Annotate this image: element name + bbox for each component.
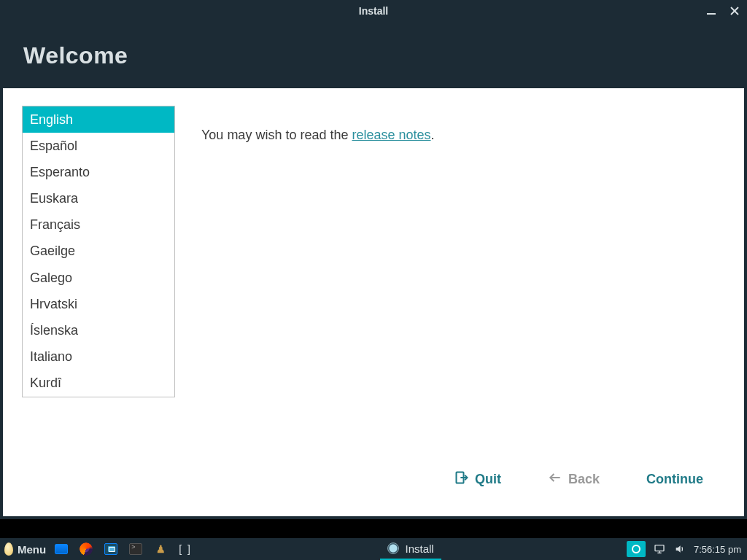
language-option[interactable]: Français [23,211,174,238]
titlebar[interactable]: Install [0,0,747,22]
hint-prefix: You may wish to read the [201,128,352,142]
distro-logo-icon [4,542,13,556]
show-desktop-button[interactable] [52,541,71,557]
content-row: EnglishEspañolEsperantoEuskaraFrançaisGa… [22,106,725,462]
quit-button[interactable]: Quit [454,470,501,489]
workspace-icon [632,545,640,553]
language-option[interactable]: Italiano [23,343,174,370]
language-option[interactable]: Esperanto [23,159,174,185]
language-option[interactable]: Hrvatski [23,291,174,317]
language-option[interactable]: Euskara [23,185,174,211]
svg-rect-0 [707,13,716,15]
hint-suffix: . [431,128,435,142]
task-label: Install [405,542,433,555]
minimize-button[interactable] [705,4,718,18]
language-option[interactable]: English [23,106,174,133]
terminal-icon [129,543,142,555]
menu-label: Menu [18,543,46,556]
release-notes-text: You may wish to read the release notes. [201,106,725,462]
root-icon: ♟ [156,543,166,555]
taskbar: Menu ♟ [ ] Install 7:56:15 pm [0,538,747,560]
quit-label: Quit [475,472,501,487]
language-option[interactable]: Español [23,133,174,159]
header: Welcome [0,22,747,88]
language-option[interactable]: Galego [23,265,174,291]
close-button[interactable] [728,4,741,18]
root-terminal-launcher[interactable]: ♟ [151,541,170,557]
installer-window: Install Welcome EnglishEspañolEsperantoE… [0,0,747,519]
language-option[interactable]: Latviski [23,396,174,397]
back-label: Back [568,472,600,487]
terminal-launcher[interactable] [126,541,145,557]
files-launcher[interactable] [101,541,120,557]
language-option[interactable]: Kurdî [23,370,174,396]
content-area: EnglishEspañolEsperantoEuskaraFrançaisGa… [3,88,744,516]
window-controls [705,0,741,22]
start-menu-button[interactable]: Menu [4,542,46,556]
page-title: Welcome [23,42,724,69]
footer-buttons: Quit Back Continue [22,462,725,503]
exit-icon [454,470,469,489]
workspace-switcher[interactable] [627,541,646,557]
desktop-background[interactable] [0,519,747,538]
arrow-left-icon [548,470,562,489]
taskbar-right: 7:56:15 pm [627,538,747,560]
display-tray-icon[interactable] [653,542,666,556]
svg-rect-4 [655,545,664,551]
installer-task-icon [387,542,399,554]
firefox-launcher[interactable] [77,541,96,557]
back-button: Back [548,470,600,489]
window-title: Install [359,5,388,17]
desktop-icon [55,544,68,554]
language-option[interactable]: Gaeilge [23,238,174,264]
firefox-icon [80,542,93,556]
taskbar-left: Menu ♟ [ ] [0,538,195,560]
bracket-launcher[interactable]: [ ] [176,541,195,557]
continue-label: Continue [646,472,703,487]
volume-tray-icon[interactable] [673,542,686,556]
clock[interactable]: 7:56:15 pm [694,544,741,555]
taskbar-center: Install [195,538,627,560]
language-option[interactable]: Íslenska [23,317,174,343]
continue-button[interactable]: Continue [646,472,703,487]
language-list[interactable]: EnglishEspañolEsperantoEuskaraFrançaisGa… [22,106,175,397]
brackets-icon: [ ] [179,543,192,555]
taskbar-entry-install[interactable]: Install [380,538,441,560]
file-manager-icon [104,543,117,555]
release-notes-link[interactable]: release notes [352,128,430,142]
